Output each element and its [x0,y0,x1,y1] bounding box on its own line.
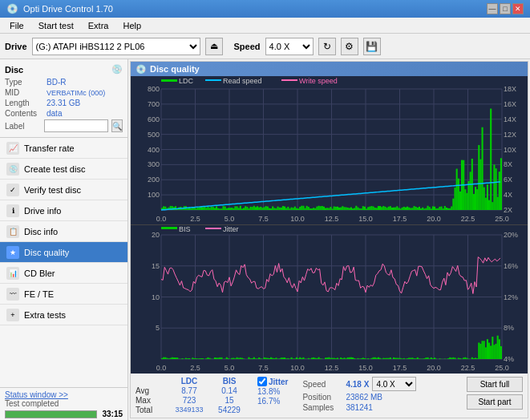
speed-stat-select[interactable]: 4.0 X [372,377,416,391]
menu-help[interactable]: Help [116,19,148,32]
verify-test-label: Verify test disc [24,185,81,195]
content-panel: 💿 Disc quality [128,59,530,420]
minimize-button[interactable]: — [487,3,498,14]
create-test-icon: 💿 [6,163,19,176]
maximize-button[interactable]: □ [500,3,511,14]
samples-value: 381241 [346,403,372,412]
length-label: Length [5,99,47,107]
sidebar-item-fe-te[interactable]: 〰 FE / TE [0,284,127,305]
disc-header: Disc 💿 [5,64,123,75]
disc-quality-label: Disc quality [24,248,69,257]
max-bis: 15 [212,396,246,405]
sidebar: Disc 💿 Type BD-R MID VERBATIMc (000) Len… [0,59,128,420]
extra-tests-icon: + [6,309,19,321]
panel-title: Disc quality [150,64,200,74]
max-jitter: 16.7% [257,397,288,406]
max-ldc: 723 [169,396,209,405]
menu-extra[interactable]: Extra [82,19,115,32]
fe-te-icon: 〰 [6,288,19,301]
sidebar-item-transfer-rate[interactable]: 📈 Transfer rate [0,138,127,159]
stats-bar: LDC BIS Avg 8.77 0.14 Max 723 15 Total [131,373,528,418]
transfer-rate-icon: 📈 [6,142,19,155]
disc-quality-icon: ★ [6,246,19,259]
drive-select[interactable]: (G:) ATAPI iHBS112 2 PL06 [32,38,200,55]
panel-header: 💿 Disc quality [131,62,528,76]
upper-chart [131,76,528,225]
label-search-button[interactable]: 🔍 [111,119,123,132]
disc-info-label: Disc info [24,227,58,236]
progress-time: 33:15 [102,410,123,418]
speed-stat-label: Speed [302,380,342,389]
position-value: 23862 MB [346,393,382,402]
panel-icon: 💿 [136,64,147,75]
sidebar-item-drive-info[interactable]: ℹ Drive info [0,200,127,221]
sidebar-item-disc-quality[interactable]: ★ Disc quality [0,242,127,263]
save-button[interactable]: 💾 [363,38,381,55]
status-bar: Status window >> Test completed 33:15 [0,387,127,420]
samples-label: Samples [302,403,342,412]
app-title: Opti Drive Control 1.70 [23,4,113,14]
mid-value: VERBATIMc (000) [47,89,123,97]
drive-info-icon: ℹ [6,204,19,217]
status-text: Test completed [5,399,123,408]
progress-row: 33:15 [5,410,123,418]
start-part-button[interactable]: Start part [467,394,523,410]
drive-info-label: Drive info [24,206,61,216]
action-buttons: Start full Start part [467,377,523,410]
upper-chart-canvas [131,76,528,224]
sidebar-item-extra-tests[interactable]: + Extra tests [0,305,127,325]
settings-button[interactable]: ⚙ [341,38,358,55]
contents-value: data [47,109,123,118]
speed-label: Speed [234,42,261,51]
max-label: Max [136,396,166,405]
length-value: 23.31 GB [47,99,123,107]
total-label: Total [136,406,166,414]
disc-quality-panel: 💿 Disc quality [130,61,528,418]
disc-type-row: Type BD-R [5,78,123,87]
disc-length-row: Length 23.31 GB [5,99,123,107]
menu-bar: File Start test Extra Help [0,18,530,34]
menu-start-test[interactable]: Start test [32,19,80,32]
nav-section: 📈 Transfer rate 💿 Create test disc ✓ Ver… [0,138,127,387]
verify-test-icon: ✓ [6,184,19,196]
lower-chart [131,225,528,374]
main-layout: Disc 💿 Type BD-R MID VERBATIMc (000) Len… [0,59,530,420]
refresh-button[interactable]: ↻ [318,38,336,55]
total-ldc: 3349133 [169,406,209,414]
jitter-checkbox[interactable] [257,377,267,386]
mid-label: MID [5,88,47,97]
title-bar: 💿 Opti Drive Control 1.70 — □ ✕ [0,0,530,18]
sidebar-item-create-test-disc[interactable]: 💿 Create test disc [0,159,127,180]
status-window-button[interactable]: Status window >> [5,390,68,399]
eject-button[interactable]: ⏏ [205,38,223,55]
position-label: Position [302,393,342,402]
transfer-rate-label: Transfer rate [24,143,75,153]
disc-contents-row: Contents data [5,109,123,118]
lower-chart-canvas [131,225,528,374]
contents-label: Contents [5,109,47,118]
cd-bler-label: CD Bler [24,269,55,278]
sidebar-item-cd-bler[interactable]: 📊 CD Bler [0,263,127,284]
disc-title: Disc [5,65,23,75]
close-button[interactable]: ✕ [512,3,524,14]
menu-file[interactable]: File [3,19,30,32]
start-full-button[interactable]: Start full [467,377,523,392]
label-label: Label [5,122,41,131]
drive-label: Drive [5,42,27,51]
sidebar-item-disc-info[interactable]: 📋 Disc info [0,221,127,242]
label-input[interactable] [44,119,108,132]
sidebar-item-verify-test-disc[interactable]: ✓ Verify test disc [0,180,127,200]
type-label: Type [5,78,47,87]
speed-stat-value: 4.18 X [346,380,369,389]
speed-select-toolbar[interactable]: 4.0 X [265,38,314,55]
app-icon: 💿 [6,3,18,14]
avg-label: Avg [136,386,166,395]
ldc-header: LDC [169,377,209,386]
avg-jitter: 13.8% [257,387,288,396]
toolbar: Drive (G:) ATAPI iHBS112 2 PL06 ⏏ Speed … [0,34,530,59]
progress-bar [5,410,97,418]
avg-ldc: 8.77 [169,386,209,395]
title-bar-title: 💿 Opti Drive Control 1.70 [6,3,113,14]
disc-info-icon: 📋 [6,225,19,238]
disc-label-row: Label 🔍 [5,119,123,132]
